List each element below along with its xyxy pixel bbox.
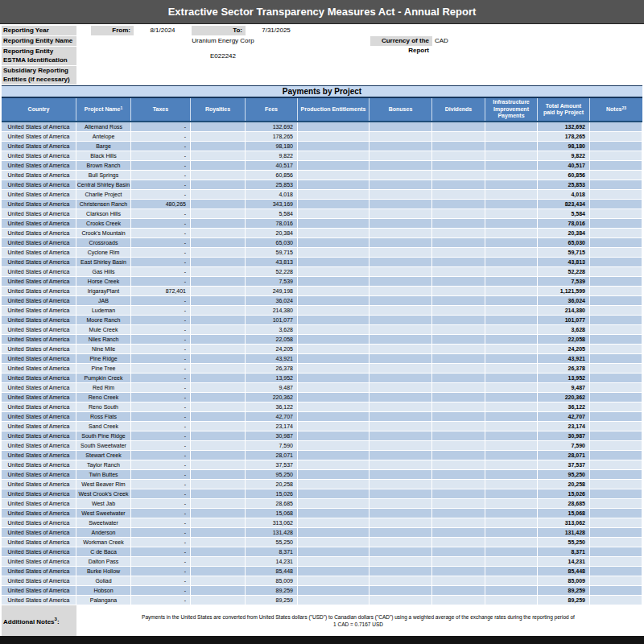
cell-production-entitlements[interactable] bbox=[298, 354, 369, 364]
cell-royalties[interactable] bbox=[191, 219, 246, 229]
cell-infrastructure-improvement-payments[interactable] bbox=[485, 402, 538, 412]
cell-dividends[interactable] bbox=[432, 596, 485, 605]
cell-royalties[interactable] bbox=[191, 431, 246, 441]
cell-production-entitlements[interactable] bbox=[298, 132, 369, 142]
cell-fees[interactable]: 25,853 bbox=[246, 180, 298, 190]
cell-bonuses[interactable] bbox=[369, 180, 432, 190]
cell-dividends[interactable] bbox=[432, 296, 485, 306]
cell-notes[interactable] bbox=[590, 383, 642, 393]
cell-dividends[interactable] bbox=[432, 161, 485, 171]
cell-total-amount[interactable]: 30,987 bbox=[538, 431, 590, 441]
cell-bonuses[interactable] bbox=[369, 248, 432, 258]
cell-royalties[interactable] bbox=[191, 248, 246, 258]
cell-project-name[interactable]: Taylor Ranch bbox=[76, 460, 131, 470]
cell-production-entitlements[interactable] bbox=[298, 422, 369, 431]
cell-total-amount[interactable]: 98,180 bbox=[538, 142, 590, 151]
cell-total-amount[interactable]: 22,058 bbox=[538, 335, 590, 345]
cell-project-name[interactable]: South Sweetwater bbox=[76, 441, 131, 451]
cell-fees[interactable]: 65,030 bbox=[246, 238, 298, 248]
cell-notes[interactable] bbox=[590, 171, 642, 180]
cell-royalties[interactable] bbox=[191, 354, 246, 364]
cell-fees[interactable]: 132,692 bbox=[246, 122, 298, 132]
cell-infrastructure-improvement-payments[interactable] bbox=[485, 287, 538, 296]
cell-fees[interactable]: 20,258 bbox=[246, 480, 298, 489]
cell-royalties[interactable] bbox=[191, 393, 246, 402]
cell-total-amount[interactable]: 823,434 bbox=[538, 200, 590, 209]
cell-royalties[interactable] bbox=[191, 296, 246, 306]
cell-country[interactable]: United States of America bbox=[2, 576, 76, 586]
cell-taxes[interactable]: - bbox=[131, 277, 191, 287]
currency-value[interactable]: CAD bbox=[435, 36, 475, 46]
cell-taxes[interactable]: - bbox=[131, 586, 191, 596]
cell-project-name[interactable]: East Shirley Basin bbox=[76, 258, 131, 267]
cell-total-amount[interactable]: 59,715 bbox=[538, 248, 590, 258]
cell-total-amount[interactable]: 36,122 bbox=[538, 402, 590, 412]
from-date-value[interactable]: 8/1/2024 bbox=[134, 26, 192, 35]
cell-dividends[interactable] bbox=[432, 431, 485, 441]
cell-infrastructure-improvement-payments[interactable] bbox=[485, 547, 538, 557]
cell-total-amount[interactable]: 23,174 bbox=[538, 422, 590, 431]
cell-dividends[interactable] bbox=[432, 267, 485, 277]
cell-infrastructure-improvement-payments[interactable] bbox=[485, 316, 538, 325]
cell-production-entitlements[interactable] bbox=[298, 586, 369, 596]
cell-infrastructure-improvement-payments[interactable] bbox=[485, 180, 538, 190]
cell-dividends[interactable] bbox=[432, 132, 485, 142]
cell-notes[interactable] bbox=[590, 374, 642, 383]
cell-fees[interactable]: 20,384 bbox=[246, 229, 298, 238]
cell-project-name[interactable]: Dalton Pass bbox=[76, 557, 131, 567]
cell-bonuses[interactable] bbox=[369, 412, 432, 422]
cell-notes[interactable] bbox=[590, 576, 642, 586]
cell-royalties[interactable] bbox=[191, 325, 246, 335]
cell-taxes[interactable]: - bbox=[131, 402, 191, 412]
cell-royalties[interactable] bbox=[191, 460, 246, 470]
cell-production-entitlements[interactable] bbox=[298, 287, 369, 296]
cell-project-name[interactable]: West Sweetwater bbox=[76, 509, 131, 518]
cell-infrastructure-improvement-payments[interactable] bbox=[485, 335, 538, 345]
cell-notes[interactable] bbox=[590, 518, 642, 528]
cell-infrastructure-improvement-payments[interactable] bbox=[485, 538, 538, 547]
cell-bonuses[interactable] bbox=[369, 489, 432, 499]
cell-notes[interactable] bbox=[590, 316, 642, 325]
cell-production-entitlements[interactable] bbox=[298, 480, 369, 489]
cell-bonuses[interactable] bbox=[369, 567, 432, 576]
cell-royalties[interactable] bbox=[191, 547, 246, 557]
cell-bonuses[interactable] bbox=[369, 431, 432, 441]
cell-taxes[interactable]: - bbox=[131, 335, 191, 345]
cell-production-entitlements[interactable] bbox=[298, 200, 369, 209]
cell-infrastructure-improvement-payments[interactable] bbox=[485, 576, 538, 586]
cell-production-entitlements[interactable] bbox=[298, 374, 369, 383]
cell-taxes[interactable]: - bbox=[131, 258, 191, 267]
cell-royalties[interactable] bbox=[191, 190, 246, 200]
cell-infrastructure-improvement-payments[interactable] bbox=[485, 383, 538, 393]
cell-infrastructure-improvement-payments[interactable] bbox=[485, 209, 538, 219]
cell-bonuses[interactable] bbox=[369, 499, 432, 509]
cell-project-name[interactable]: Christensen Ranch bbox=[76, 200, 131, 209]
cell-fees[interactable]: 37,537 bbox=[246, 460, 298, 470]
cell-dividends[interactable] bbox=[432, 422, 485, 431]
cell-country[interactable]: United States of America bbox=[2, 238, 76, 248]
cell-country[interactable]: United States of America bbox=[2, 586, 76, 596]
cell-production-entitlements[interactable] bbox=[298, 122, 369, 132]
cell-notes[interactable] bbox=[590, 547, 642, 557]
column-header-infrastructure-improvement-payments[interactable]: Infrastructure Improvement Payments bbox=[485, 98, 538, 121]
cell-taxes[interactable]: - bbox=[131, 180, 191, 190]
cell-total-amount[interactable]: 25,853 bbox=[538, 180, 590, 190]
cell-project-name[interactable]: Antelope bbox=[76, 132, 131, 142]
cell-dividends[interactable] bbox=[432, 460, 485, 470]
cell-infrastructure-improvement-payments[interactable] bbox=[485, 480, 538, 489]
cell-infrastructure-improvement-payments[interactable] bbox=[485, 451, 538, 460]
cell-taxes[interactable]: - bbox=[131, 325, 191, 335]
cell-fees[interactable]: 131,428 bbox=[246, 528, 298, 538]
cell-production-entitlements[interactable] bbox=[298, 412, 369, 422]
cell-taxes[interactable]: - bbox=[131, 470, 191, 480]
cell-total-amount[interactable]: 28,685 bbox=[538, 499, 590, 509]
cell-infrastructure-improvement-payments[interactable] bbox=[485, 374, 538, 383]
cell-project-name[interactable]: IrigarayPlant bbox=[76, 287, 131, 296]
cell-dividends[interactable] bbox=[432, 393, 485, 402]
cell-production-entitlements[interactable] bbox=[298, 441, 369, 451]
column-header-country[interactable]: Country bbox=[2, 98, 76, 121]
cell-fees[interactable]: 5,584 bbox=[246, 209, 298, 219]
cell-notes[interactable] bbox=[590, 219, 642, 229]
cell-production-entitlements[interactable] bbox=[298, 547, 369, 557]
cell-taxes[interactable]: - bbox=[131, 345, 191, 354]
